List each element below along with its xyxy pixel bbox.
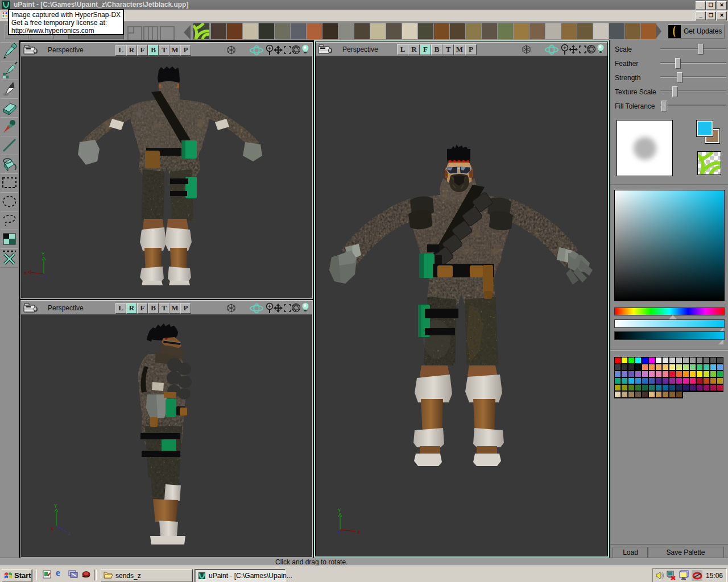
svg-text:x: x xyxy=(51,526,53,532)
svg-text:z: z xyxy=(68,531,71,537)
svg-text:x: x xyxy=(24,271,27,276)
svg-text:Y: Y xyxy=(338,508,341,514)
svg-text:Y: Y xyxy=(42,252,45,257)
svg-text:x: x xyxy=(357,530,360,535)
svg-text:Y: Y xyxy=(54,504,57,509)
